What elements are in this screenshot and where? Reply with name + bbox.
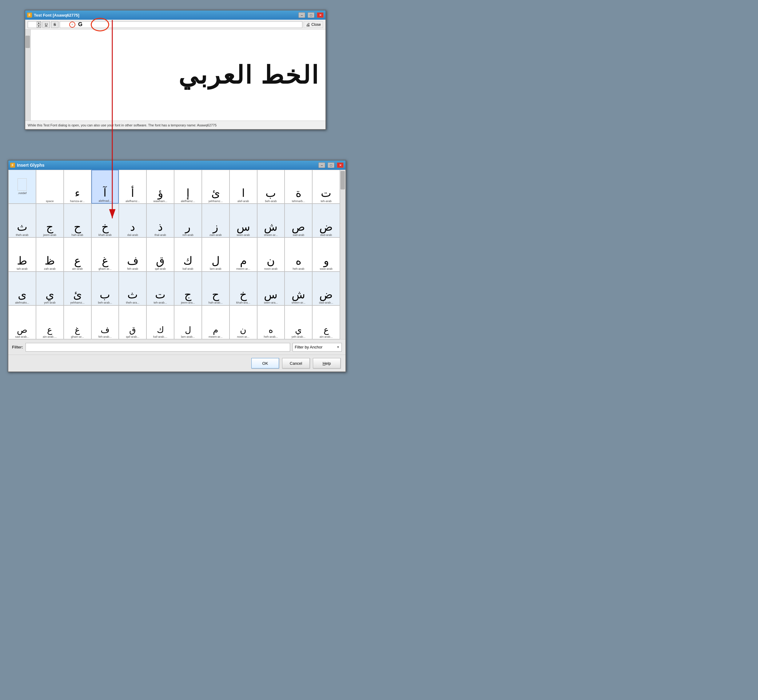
glyph-cell-teh[interactable]: ت teh-arab bbox=[312, 170, 340, 204]
glyph-cell-yeh2[interactable]: ي yeh-arab... bbox=[284, 305, 312, 339]
glyph-cell-qaf[interactable]: ق qaf-arab bbox=[147, 238, 174, 271]
ok-button[interactable]: OK bbox=[251, 358, 279, 369]
font-size-input[interactable]: 78 bbox=[28, 22, 37, 27]
glyph-cell-heh2[interactable]: ه heh-arab... bbox=[257, 305, 285, 339]
glyph-cell-alefhamz1[interactable]: أ alefhamz... bbox=[119, 170, 147, 204]
glyph-cell-ghain2[interactable]: غ ghain-ar... bbox=[64, 305, 91, 339]
glyph-cell-khah[interactable]: خ khah-arab bbox=[91, 204, 119, 238]
glyph-label-heh: heh-arab bbox=[292, 267, 304, 270]
strikethrough-button[interactable]: S bbox=[51, 21, 58, 28]
glyph-cell-dad[interactable]: ض dad-arab bbox=[312, 204, 340, 238]
glyph-cell-kaf2[interactable]: ك kaf-arab.... bbox=[147, 305, 174, 339]
glyph-cell-seen2[interactable]: س seen-ara... bbox=[257, 272, 285, 305]
glyph-cell-dad2[interactable]: ض dad-arab... bbox=[312, 272, 340, 305]
glyph-cell-meem2[interactable]: م meem-ar... bbox=[202, 305, 230, 339]
glyph-grid-container: .notdef space ء hamza-ar... آ alefmad...… bbox=[8, 170, 345, 339]
glyph-cell-sad[interactable]: ص sad-arab bbox=[284, 204, 312, 238]
cancel-button[interactable]: Cancel bbox=[282, 358, 310, 369]
glyph-cell-notdef[interactable]: .notdef bbox=[8, 170, 36, 204]
ig-close-button[interactable]: ✕ bbox=[337, 162, 344, 168]
glyph-cell-sheen[interactable]: ش sheen-ar... bbox=[257, 204, 285, 238]
glyph-cell-tah[interactable]: ط tah-arab bbox=[8, 238, 36, 271]
glyph-char-teh2: ت bbox=[155, 289, 166, 300]
glyph-cell-alef[interactable]: ا alef-arab bbox=[230, 170, 257, 204]
glyph-cell-feh[interactable]: ف feh-arab bbox=[119, 238, 147, 271]
glyph-cell-meem[interactable]: م meem-ar... bbox=[230, 238, 257, 271]
glyph-label-khah: khah-arab bbox=[98, 233, 112, 236]
glyph-cell-dal[interactable]: د dal-arab bbox=[119, 204, 147, 238]
close-label[interactable]: Close bbox=[311, 22, 321, 27]
glyph-label-jeem: jeem-arab bbox=[43, 233, 56, 236]
glyph-cell-qaf2[interactable]: ق qaf-arab... bbox=[119, 305, 147, 339]
glyph-cell-zah[interactable]: ظ zah-arab bbox=[36, 238, 64, 271]
glyph-label-zain: zain-arab bbox=[209, 233, 222, 236]
glyph-cell-teh2[interactable]: ت teh-arab... bbox=[147, 272, 174, 305]
glyph-scrollbar[interactable] bbox=[340, 170, 345, 339]
glyph-cell-theh2[interactable]: ث theh-ara... bbox=[119, 272, 147, 305]
glyph-label-beh: beh-arab bbox=[265, 199, 277, 203]
close-button[interactable]: ✕ bbox=[317, 12, 324, 18]
glyph-cell-heh[interactable]: ه heh-arab bbox=[284, 238, 312, 271]
glyph-cell-sad2[interactable]: ص sad-arab... bbox=[8, 305, 36, 339]
glyph-cell-alefmad[interactable]: آ alefmad... bbox=[91, 170, 119, 204]
glyph-char-alefhamz1: أ bbox=[131, 188, 134, 199]
glyph-cell-alefmaks[interactable]: ى alefmaks... bbox=[8, 272, 36, 305]
glyph-cell-yehhamz2[interactable]: ئ yehhamz... bbox=[64, 272, 91, 305]
glyph-scroll-thumb[interactable] bbox=[341, 171, 345, 189]
glyph-cell-lam2[interactable]: ل lam-arab... bbox=[174, 305, 202, 339]
font-size-spinner[interactable]: 78 ▲ ▼ bbox=[28, 21, 41, 28]
maximize-button[interactable]: □ bbox=[308, 12, 314, 18]
glyph-cell-yeh[interactable]: ي yeh-arab bbox=[36, 272, 64, 305]
filter-label: Filter: bbox=[12, 345, 23, 349]
spin-down[interactable]: ▼ bbox=[37, 25, 41, 28]
glyph-cell-jeem[interactable]: ج jeem-arab bbox=[36, 204, 64, 238]
glyph-cell-noon[interactable]: ن noon-arab bbox=[257, 238, 285, 271]
insert-glyphs-window: F Insert Glyphs – □ ✕ .notdef space ء ha… bbox=[8, 160, 346, 372]
glyph-cell-khah2[interactable]: خ khah-ara... bbox=[230, 272, 257, 305]
glyph-cell-noon2[interactable]: ن noon-ar... bbox=[230, 305, 257, 339]
filter-input[interactable] bbox=[25, 343, 290, 352]
glyph-input-area[interactable]: + G bbox=[60, 21, 302, 28]
glyph-cell-waw[interactable]: و waw-arab bbox=[312, 238, 340, 271]
glyph-cell-lam[interactable]: ل lam-arab bbox=[202, 238, 230, 271]
glyph-cell-seen[interactable]: س seen-arab bbox=[230, 204, 257, 238]
help-button[interactable]: Help bbox=[313, 358, 341, 369]
glyph-cell-space[interactable]: space bbox=[36, 170, 64, 204]
glyph-cell-ain[interactable]: ع ain-arab bbox=[64, 238, 91, 271]
minimize-button[interactable]: – bbox=[299, 12, 305, 18]
glyph-cell-yehhamz[interactable]: ئ yehhamz... bbox=[202, 170, 230, 204]
glyph-cell-hah2[interactable]: ح hah-arab... bbox=[202, 272, 230, 305]
glyph-cell-zain[interactable]: ز zain-arab bbox=[202, 204, 230, 238]
glyph-cell-wawham[interactable]: ؤ wawham... bbox=[147, 170, 174, 204]
glyph-char-lam: ل bbox=[212, 255, 220, 266]
glyph-cell-beh[interactable]: ب beh-arab bbox=[257, 170, 285, 204]
print-close-area[interactable]: 🖨 Close bbox=[304, 21, 323, 28]
glyph-cell-feh2[interactable]: ف feh-arab... bbox=[91, 305, 119, 339]
ig-minimize-button[interactable]: – bbox=[319, 162, 325, 168]
glyph-cell-ghain[interactable]: غ ghain-ar... bbox=[91, 238, 119, 271]
glyph-cell-ain3[interactable]: ع ain-arab... bbox=[312, 305, 340, 339]
glyph-cell-ain2[interactable]: ع ain-arab.... bbox=[36, 305, 64, 339]
filter-anchor-dropdown[interactable]: Filter by Anchor ▼ bbox=[292, 343, 342, 352]
glyph-cell-kaf[interactable]: ك kaf-arab bbox=[174, 238, 202, 271]
glyph-cell-beh2[interactable]: ب beh-arab... bbox=[91, 272, 119, 305]
glyph-cell-hamza[interactable]: ء hamza-ar... bbox=[64, 170, 91, 204]
glyph-cell-jeem2[interactable]: ج jeem-ara... bbox=[174, 272, 202, 305]
glyph-cell-alefhamz2[interactable]: إ alefhamz... bbox=[174, 170, 202, 204]
glyph-char-theh: ث bbox=[17, 222, 27, 233]
glyph-cell-tehmarb[interactable]: ة tehmarb... bbox=[284, 170, 312, 204]
underline-button[interactable]: U bbox=[42, 21, 50, 28]
glyph-cell-sheen2[interactable]: ش sheen-ar... bbox=[284, 272, 312, 305]
glyph-label-yehhamz2: yehhamz... bbox=[70, 301, 84, 304]
insert-glyphs-icon: F bbox=[10, 163, 15, 168]
glyph-label-khah2: khah-ara... bbox=[236, 301, 250, 304]
glyph-cell-thal[interactable]: ذ thal-arab bbox=[147, 204, 174, 238]
glyph-cell-theh[interactable]: ث theh-arab bbox=[8, 204, 36, 238]
glyph-char-waw: و bbox=[324, 255, 329, 266]
glyph-label-alefmaks: alefmaks... bbox=[15, 301, 29, 304]
glyph-cell-reh[interactable]: ر reh-arab bbox=[174, 204, 202, 238]
glyph-cell-hah[interactable]: ح hah-arab bbox=[64, 204, 91, 238]
canvas-scrollbar-thumb[interactable] bbox=[25, 36, 30, 48]
spin-up[interactable]: ▲ bbox=[37, 22, 41, 25]
ig-maximize-button[interactable]: □ bbox=[328, 162, 334, 168]
